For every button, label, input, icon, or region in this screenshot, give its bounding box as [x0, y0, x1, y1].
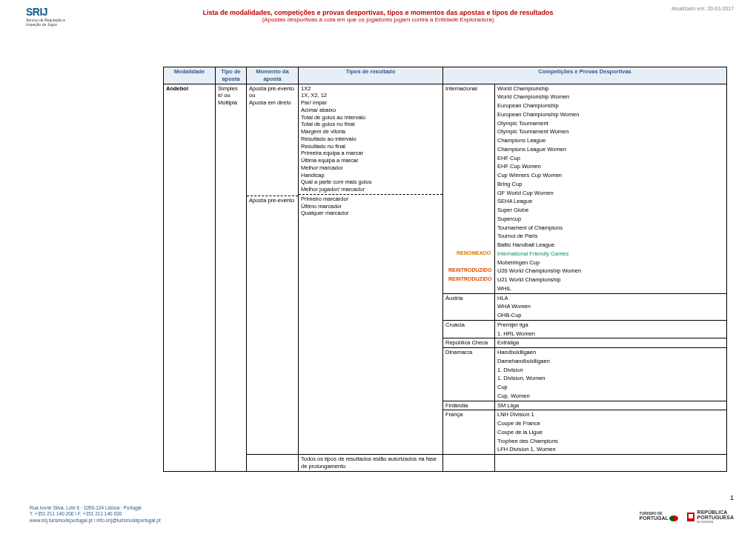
- competition-cell: REINTRODUZIDOU20 World Championship Wome…: [495, 267, 727, 276]
- header-row: Modalidade Tipo de aposta Momento da apo…: [164, 67, 727, 84]
- logo-text: SRIJ: [26, 6, 70, 18]
- competition-name: Champions League: [497, 137, 546, 144]
- col-modalidade: Modalidade: [164, 67, 216, 84]
- competition-name: 1. HRL Women: [497, 330, 535, 337]
- competition-name: Cup Winners Cup Women: [497, 172, 562, 178]
- competition-name: U20 World Championship Women: [497, 267, 581, 274]
- competition-name: Olympic Tournament Women: [497, 128, 568, 135]
- momento-line: ou: [249, 92, 296, 99]
- tipo-resultado-line: Melhor jogador/ marcador: [301, 186, 440, 193]
- competition-name: Premijer liga: [497, 321, 528, 328]
- competition-name: Cup: [497, 384, 508, 390]
- col-comp: Competições e Provas Desportivas: [443, 67, 727, 84]
- competition-cell: Baltic Handball League: [495, 241, 727, 250]
- tipo-resultado-line: Última equipa a marcar: [301, 157, 440, 164]
- competition-cell: Extraliga: [495, 338, 727, 348]
- competition-cell: HLA: [495, 293, 727, 302]
- competition-cell: REINTRODUZIDOU21 World Championship: [495, 276, 727, 284]
- competition-cell: World Championship Women: [495, 93, 727, 101]
- tipo-resultado-line: Par/ ímpar: [301, 99, 440, 107]
- table-row: AndebolSimplese/ ouMúltiplaAposta pré-ev…: [164, 84, 727, 93]
- page-footer: 1 Rua Ivone Silva, Lote 6 · 1050-124 Lis…: [0, 497, 756, 527]
- competition-cell: 1. HRL Women: [495, 330, 727, 338]
- competition-name: Cup, Women: [497, 393, 530, 399]
- tipo-resultado-line: Resultado ao intervalo: [301, 136, 440, 143]
- rep-label-2: PORTUGUESA: [697, 515, 734, 520]
- tipo-resultado-line: 1X, X2, 12: [301, 92, 440, 99]
- updated-date: Atualizado em: 20-03-2017: [672, 6, 734, 11]
- country-cell: República Checa: [443, 338, 495, 348]
- competition-cell: European Championship Women: [495, 110, 727, 119]
- prolong-cell: Todos os tipos de resultados estão autor…: [299, 455, 443, 472]
- page-subtitle: (Apostas desportivas à cota em que os jo…: [15, 16, 741, 23]
- competition-name: GF World Cup Women: [497, 190, 554, 196]
- competition-cell: Olympic Tournament: [495, 119, 727, 128]
- competition-name: Olympic Tournament: [497, 120, 548, 127]
- page-header: SRIJ Serviço de Regulação e Inspeção de …: [0, 0, 756, 37]
- competition-name: Bring Cup: [497, 181, 522, 187]
- competition-cell: 1. Division, Women: [495, 374, 727, 383]
- competition-cell: GF World Cup Women: [495, 189, 727, 198]
- competition-cell: SEHA League: [495, 197, 727, 206]
- competition-cell: EHF Cup: [495, 154, 727, 163]
- tipo-resultado-line: Total de golos ao intervalo: [301, 114, 440, 121]
- competition-name: WHA Women: [497, 303, 531, 310]
- tipo-resultado-line: Qual a parte com mais golos: [301, 178, 440, 186]
- competition-name: Trophee des Champions: [497, 438, 558, 444]
- tipo-aposta-line: Múltipla: [218, 99, 244, 107]
- competition-name: Super Globe: [497, 207, 528, 213]
- logo-subtitle: Serviço de Regulação e Inspeção de Jogos: [26, 19, 70, 27]
- prolong-empty-country: [443, 455, 495, 472]
- competition-cell: Mobelringen Cup: [495, 258, 727, 267]
- tipo-resultado-line: Resultado no final: [301, 143, 440, 150]
- country-cell: Dinamarca: [443, 348, 495, 401]
- competition-cell: Trophee des Champions: [495, 437, 727, 446]
- col-tiposres: Tipos de resultado: [299, 67, 443, 84]
- competition-name: 1. Division, Women: [497, 375, 545, 381]
- prolong-empty-momento: [247, 455, 299, 472]
- competition-name: Damehandboldligaen: [497, 358, 550, 364]
- competition-cell: Olympic Tournament Women: [495, 127, 727, 136]
- competition-name: EHF Cup: [497, 155, 520, 161]
- competition-name: Supercup: [497, 216, 521, 222]
- competition-name: Baltic Handball League: [497, 241, 554, 248]
- competition-cell: 1. Division: [495, 366, 727, 375]
- competition-name: Tournament of Champions: [497, 224, 563, 231]
- main-table-container: Modalidade Tipo de aposta Momento da apo…: [163, 67, 741, 472]
- competition-name: OHB-Cup: [497, 312, 522, 318]
- competition-name: European Championship Women: [497, 111, 579, 118]
- competition-cell: Champions League Women: [495, 145, 727, 154]
- country-cell: Finlândia: [443, 401, 495, 410]
- tipo-resultado-line: Handicap: [301, 172, 440, 179]
- turismo-label-2: PORTUGAL: [640, 515, 669, 521]
- tipo-aposta-line: Simples: [218, 85, 244, 93]
- tipos-resultado-cell: 1X21X, X2, 12Par/ ímparAcima/ abaixoTota…: [299, 84, 443, 455]
- footer-logos: TURISMO DE PORTUGAL REPÚBLICA PORTUGUESA…: [640, 510, 734, 524]
- competition-cell: Bring Cup: [495, 180, 727, 189]
- srij-logo: SRIJ Serviço de Regulação e Inspeção de …: [26, 6, 70, 27]
- competition-cell: RENOMEADOInternational Friendly Games: [495, 250, 727, 258]
- competition-cell: European Championship: [495, 101, 727, 110]
- competition-cell: LFH Division 1, Women: [495, 445, 727, 454]
- competition-name: Coupe de France: [497, 420, 540, 427]
- status-tag: REINTRODUZIDO: [448, 267, 491, 273]
- rep-label-3: ECONOMIA: [697, 520, 714, 524]
- modalidade-value: Andebol: [166, 85, 188, 92]
- competition-name: Tournoi de Paris: [497, 233, 537, 239]
- competition-cell: Coupe de France: [495, 419, 727, 428]
- status-tag: RENOMEADO: [457, 250, 491, 256]
- tipo-resultado-line: Qualquer marcador: [301, 210, 440, 217]
- competition-cell: Damehandboldligaen: [495, 357, 727, 366]
- competition-name: International Friendly Games: [497, 250, 568, 257]
- competition-name: EHF Cup Women: [497, 163, 541, 170]
- tipo-resultado-line: 1X2: [301, 85, 440, 93]
- tipo-resultado-line: Primeira equipa a marcar: [301, 150, 440, 157]
- momento-cell: Aposta pré-eventoouAposta em diretoApost…: [247, 84, 299, 455]
- competition-name: LNH Division 1: [497, 411, 534, 418]
- rep-label-1: REPÚBLICA: [697, 510, 728, 515]
- momento-line: Aposta pré-evento: [249, 85, 296, 93]
- country-cell: França: [443, 410, 495, 455]
- competition-cell: Cup, Women: [495, 392, 727, 401]
- tipo-aposta-line: e/ ou: [218, 92, 244, 99]
- footer-address: Rua Ivone Silva, Lote 6 · 1050-124 Lisbo…: [30, 505, 161, 511]
